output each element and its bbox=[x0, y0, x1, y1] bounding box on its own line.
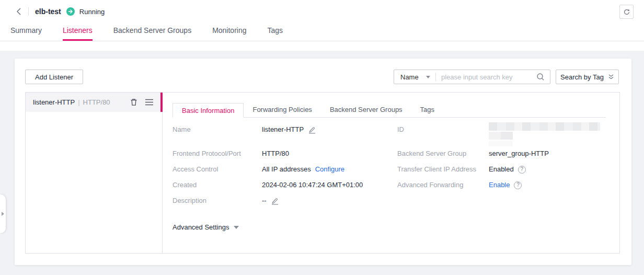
tab-backend-server-groups[interactable]: Backend Server Groups bbox=[113, 26, 191, 41]
listener-list-item[interactable]: listener-HTTP | HTTP/80 bbox=[26, 93, 162, 112]
listener-protocol: HTTP/80 bbox=[83, 98, 110, 106]
caret-down-icon bbox=[426, 76, 430, 78]
search-icon[interactable] bbox=[536, 73, 545, 81]
field-label: ID bbox=[397, 125, 489, 134]
tab-summary[interactable]: Summary bbox=[10, 26, 42, 41]
field-value: -- bbox=[262, 196, 267, 205]
field-transfer-client-ip: Transfer Client IP Address Enabled ? bbox=[397, 165, 526, 174]
field-access-control: Access Control All IP addresses Configur… bbox=[172, 165, 344, 174]
caret-down-icon bbox=[234, 226, 239, 229]
status-badge: Running bbox=[66, 7, 105, 16]
obscured-id-value bbox=[489, 132, 513, 140]
field-label: Backend Server Group bbox=[397, 149, 489, 158]
field-name: Name listener-HTTP bbox=[172, 125, 316, 134]
edit-pencil-icon bbox=[271, 197, 279, 205]
obscured-id-value bbox=[489, 122, 600, 131]
search-combo: Name bbox=[394, 70, 550, 84]
detail-tab-bar: Basic Information Forwarding Policies Ba… bbox=[172, 102, 606, 118]
search-by-tag-label: Search by Tag bbox=[560, 73, 604, 81]
tab-listeners[interactable]: Listeners bbox=[63, 26, 93, 41]
edit-pencil-icon bbox=[308, 126, 316, 134]
configure-link[interactable]: Configure bbox=[315, 165, 344, 174]
advanced-settings-toggle[interactable]: Advanced Settings bbox=[172, 223, 239, 231]
field-frontend-protocol-port: Frontend Protocol/Port HTTP/80 bbox=[172, 149, 289, 158]
field-description: Description -- bbox=[172, 196, 279, 205]
listener-detail: Basic Information Forwarding Policies Ba… bbox=[163, 93, 619, 253]
search-input[interactable] bbox=[436, 73, 536, 81]
trash-icon bbox=[130, 98, 138, 107]
field-label: Description bbox=[172, 196, 262, 205]
advanced-settings-label: Advanced Settings bbox=[172, 223, 229, 231]
listeners-card: Add Listener Name Search by Tag bbox=[15, 59, 631, 265]
separator: | bbox=[78, 98, 79, 106]
refresh-button[interactable] bbox=[619, 5, 634, 19]
hamburger-icon bbox=[145, 99, 154, 106]
delete-listener-button[interactable] bbox=[130, 98, 138, 107]
refresh-icon bbox=[623, 8, 630, 16]
field-created: Created 2024-02-06 10:47:24 GMT+01:00 bbox=[172, 180, 363, 190]
help-icon[interactable]: ? bbox=[514, 181, 522, 189]
field-label: Name bbox=[172, 125, 262, 134]
field-advanced-forwarding: Advanced Forwarding Enable ? bbox=[397, 180, 522, 190]
field-label: Access Control bbox=[172, 165, 262, 174]
status-label: Running bbox=[79, 8, 105, 16]
divider bbox=[28, 7, 29, 16]
field-value: All IP addresses bbox=[262, 165, 311, 174]
search-filter-select[interactable]: Name bbox=[394, 73, 435, 81]
listener-panel: listener-HTTP | HTTP/80 bbox=[25, 92, 620, 254]
side-panel-expander[interactable] bbox=[0, 194, 6, 233]
edit-description-button[interactable] bbox=[271, 197, 279, 205]
field-id: ID bbox=[397, 125, 489, 134]
chevron-left-icon bbox=[16, 8, 22, 15]
field-value: listener-HTTP bbox=[262, 125, 304, 134]
enable-advanced-forwarding-link[interactable]: Enable bbox=[489, 180, 510, 190]
field-label: Advanced Forwarding bbox=[397, 180, 489, 190]
field-value: server_group-HTTP bbox=[489, 149, 549, 158]
help-icon[interactable]: ? bbox=[518, 166, 526, 174]
field-backend-server-group: Backend Server Group server_group-HTTP bbox=[397, 149, 549, 158]
field-value: 2024-02-06 10:47:24 GMT+01:00 bbox=[262, 180, 363, 190]
top-bar: elb-test Running bbox=[0, 0, 644, 23]
add-listener-button[interactable]: Add Listener bbox=[25, 70, 83, 84]
filter-selected-label: Name bbox=[400, 73, 419, 81]
field-label: Created bbox=[172, 180, 262, 190]
detail-tab-forwarding-policies[interactable]: Forwarding Policies bbox=[244, 102, 320, 117]
page-background: Add Listener Name Search by Tag bbox=[0, 51, 644, 275]
field-value: HTTP/80 bbox=[262, 149, 289, 158]
obscured-id-value bbox=[489, 141, 513, 146]
field-value: Enabled bbox=[489, 165, 514, 174]
double-chevron-down-icon bbox=[608, 74, 614, 80]
nav-tab-bar: Summary Listeners Backend Server Groups … bbox=[0, 23, 644, 41]
listener-name: listener-HTTP bbox=[33, 98, 75, 106]
tab-tags[interactable]: Tags bbox=[268, 26, 283, 41]
listener-menu-handle[interactable] bbox=[145, 99, 154, 106]
listener-list: listener-HTTP | HTTP/80 bbox=[26, 93, 163, 253]
search-by-tag-button[interactable]: Search by Tag bbox=[556, 70, 619, 84]
header-strip bbox=[0, 41, 644, 51]
detail-tab-tags[interactable]: Tags bbox=[411, 102, 443, 117]
field-label: Frontend Protocol/Port bbox=[172, 149, 262, 158]
back-button[interactable] bbox=[14, 6, 24, 17]
edit-name-button[interactable] bbox=[308, 126, 316, 134]
detail-tab-backend-server-groups[interactable]: Backend Server Groups bbox=[321, 102, 411, 117]
tab-monitoring[interactable]: Monitoring bbox=[212, 26, 246, 41]
chevron-right-icon bbox=[2, 212, 4, 216]
running-arrow-icon bbox=[66, 7, 75, 16]
field-label: Transfer Client IP Address bbox=[397, 165, 489, 174]
detail-tab-basic-information[interactable]: Basic Information bbox=[172, 103, 244, 118]
page-title: elb-test bbox=[35, 7, 61, 16]
